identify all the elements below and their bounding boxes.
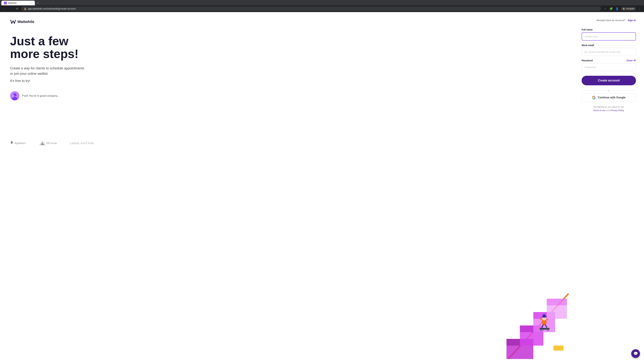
profile-button[interactable]: 👤 — [615, 6, 620, 11]
rei-icon — [40, 141, 46, 145]
svg-rect-16 — [543, 314, 546, 317]
privacy-link[interactable]: Privacy Policy. — [610, 109, 624, 112]
incognito-icon: 🕵️ — [622, 7, 625, 10]
svg-rect-10 — [547, 305, 567, 319]
address-bar: ← → ⟳ 🔒 app.waitwhile.com/onboarding/cre… — [0, 5, 644, 12]
tab-favicon: W — [4, 2, 7, 4]
incognito-label: Incognito — [626, 7, 634, 10]
svg-rect-4 — [506, 346, 533, 359]
applebees-icon — [10, 141, 14, 145]
divider: or — [582, 89, 636, 92]
tab-bar: W Waitwhile ✕ + — [0, 0, 644, 5]
brand-logos-section: Applebee's REI co-op LOUIS VUITTON — [10, 134, 564, 149]
divider-line-right — [612, 90, 636, 91]
terms-and: and — [606, 109, 610, 112]
brand-rei-label: REI co-op — [46, 142, 57, 144]
logo: Waitwhile — [10, 19, 564, 25]
divider-line-left — [582, 90, 606, 91]
create-account-label: Create account — [598, 79, 620, 82]
hero-description: Create a way for clients to schedule app… — [10, 65, 87, 76]
password-group: Password Show 👁 — [582, 59, 636, 71]
hero-heading: Just a few more steps! — [10, 35, 94, 60]
password-label-row: Password Show 👁 — [582, 59, 636, 62]
avatar-image — [10, 91, 20, 100]
svg-point-1 — [12, 97, 18, 100]
menu-button[interactable]: ⋮ — [637, 6, 642, 11]
avatar — [10, 91, 20, 100]
brand-lv: LOUIS VUITTON — [70, 142, 94, 145]
incognito-badge: 🕵️ Incognito — [621, 7, 636, 10]
reload-button[interactable]: ⟳ — [15, 6, 20, 11]
google-button-label: Continue with Google — [598, 96, 626, 99]
bookmark-button[interactable]: ☆ — [603, 6, 608, 11]
hero-heading-line2: more steps! — [10, 47, 78, 60]
active-tab[interactable]: W Waitwhile ✕ — [1, 1, 35, 5]
brand-rei: REI co-op — [40, 141, 57, 145]
eye-icon: 👁 — [634, 59, 636, 62]
social-proof: Psst! You're in good company... — [10, 91, 564, 100]
create-account-button[interactable]: Create account — [582, 76, 636, 85]
show-password-label: Show — [626, 59, 632, 62]
sign-in-prompt: Already have an account? — [596, 19, 626, 22]
back-button[interactable]: ← — [2, 6, 7, 11]
password-input[interactable] — [582, 63, 636, 71]
terms-link[interactable]: Terms of use — [593, 109, 606, 112]
hero-heading-line1: Just a few — [10, 34, 68, 48]
tab-title: Waitwhile — [8, 2, 16, 4]
sign-in-link[interactable]: Sign in — [628, 19, 636, 22]
svg-point-2 — [12, 94, 14, 97]
svg-rect-11 — [547, 299, 567, 305]
full-name-label: Full name — [582, 28, 636, 31]
page-content: Waitwhile Just a few more steps! Create … — [0, 12, 644, 359]
svg-point-22 — [540, 329, 542, 331]
brand-lv-label: LOUIS VUITTON — [70, 142, 94, 145]
work-email-group: Work email — [582, 44, 636, 56]
work-email-input[interactable] — [582, 48, 636, 56]
google-icon — [592, 96, 596, 99]
password-label: Password — [582, 59, 593, 62]
url-text: app.waitwhile.com/onboarding/create-acco… — [28, 7, 598, 10]
divider-text: or — [608, 89, 610, 92]
hero-free-text: It's free to try! — [10, 79, 564, 83]
forward-button[interactable]: → — [8, 6, 13, 11]
full-name-input[interactable] — [582, 32, 636, 40]
url-bar[interactable]: 🔒 app.waitwhile.com/onboarding/create-ac… — [21, 6, 601, 11]
browser-chrome: W Waitwhile ✕ + ← → ⟳ 🔒 app.waitwhile.co… — [0, 0, 644, 12]
google-sign-in-button[interactable]: Continue with Google — [582, 93, 636, 102]
new-tab-button[interactable]: + — [36, 1, 40, 5]
chat-button[interactable]: 💬 — [631, 349, 640, 358]
show-password-button[interactable]: Show 👁 — [626, 59, 636, 62]
sign-in-row: Already have an account? Sign in — [582, 19, 636, 22]
full-name-group: Full name — [582, 28, 636, 40]
brand-logos: Applebee's REI co-op LOUIS VUITTON — [10, 134, 564, 149]
svg-point-23 — [547, 329, 549, 331]
right-section: Already have an account? Sign in Full na… — [574, 12, 644, 359]
social-proof-text: Psst! You're in good company... — [22, 94, 59, 97]
work-email-label: Work email — [582, 44, 636, 46]
browser-actions: ☆ 🧩 👤 🕵️ Incognito ⋮ — [603, 6, 642, 11]
staircase-svg — [503, 287, 574, 359]
left-section: Waitwhile Just a few more steps! Create … — [0, 12, 574, 359]
logo-icon — [10, 19, 16, 25]
brand-applebees: Applebee's — [10, 141, 26, 145]
svg-rect-12 — [554, 346, 564, 351]
terms-text-prefix: By signing up, you agree to our — [594, 106, 624, 108]
brand-applebees-label: Applebee's — [14, 142, 26, 144]
chat-icon: 💬 — [634, 352, 638, 356]
staircase-illustration — [503, 287, 574, 359]
terms-section: By signing up, you agree to our Terms of… — [582, 105, 636, 112]
tab-close-button[interactable]: ✕ — [30, 2, 32, 4]
svg-rect-6 — [520, 332, 544, 346]
logo-text: Waitwhile — [18, 19, 34, 24]
extensions-button[interactable]: 🧩 — [609, 6, 614, 11]
